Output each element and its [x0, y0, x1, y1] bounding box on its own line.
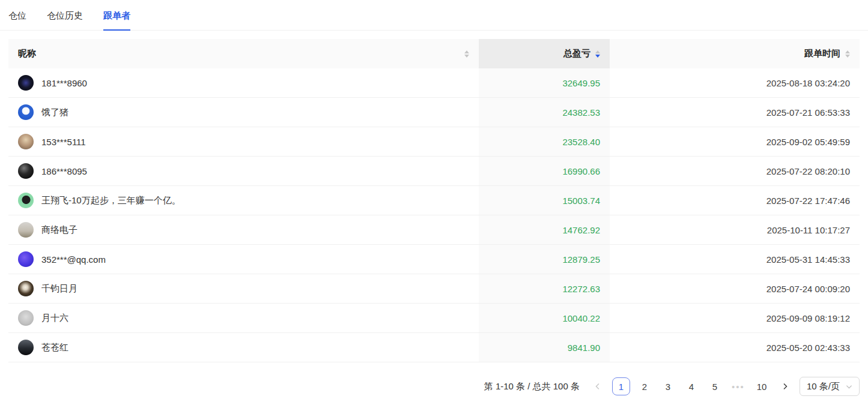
followers-table: 昵称 总盈亏 跟单时间 181***8960 32649.95 20 [8, 39, 860, 362]
follow-time-value: 2025-09-09 08:19:12 [766, 313, 850, 323]
nickname-text: 月十六 [41, 313, 68, 324]
follow-time-value: 2025-07-22 08:20:10 [766, 166, 850, 176]
table-row[interactable]: 苍苍红 9841.90 2025-05-20 02:43:33 [8, 333, 860, 362]
follow-time-cell: 2025-09-02 05:49:59 [610, 127, 860, 156]
nickname-text: 商络电子 [41, 224, 77, 236]
nickname-cell: 饿了猪 [8, 98, 479, 127]
nickname-text: 苍苍红 [41, 342, 68, 353]
total-pnl-cell: 10040.22 [479, 304, 610, 332]
nickname-text: 186***8095 [41, 166, 87, 176]
pnl-value: 14762.92 [562, 225, 600, 235]
prev-page-button[interactable] [589, 377, 607, 395]
table-row[interactable]: 千钧日月 12272.63 2025-07-24 00:09:20 [8, 274, 860, 304]
user-avatar [18, 340, 34, 355]
nickname-cell: 352***@qq.com [8, 245, 479, 274]
user-avatar [18, 310, 34, 326]
table-row[interactable]: 饿了猪 24382.53 2025-07-21 06:53:33 [8, 98, 860, 127]
pnl-value: 23528.40 [562, 137, 600, 147]
chevron-right-icon [782, 383, 789, 390]
nickname-cell: 千钧日月 [8, 274, 479, 303]
chevron-down-icon [846, 383, 852, 390]
total-pnl-cell: 14762.92 [479, 215, 610, 244]
follow-time-cell: 2025-07-22 08:20:10 [610, 157, 860, 185]
pnl-value: 12879.25 [562, 254, 600, 265]
nickname-cell: 181***8960 [8, 68, 479, 97]
column-header-nickname[interactable]: 昵称 [8, 39, 479, 68]
nickname-cell: 王翔飞-10万起步，三年赚一个亿。 [8, 186, 479, 215]
user-avatar [18, 75, 34, 91]
next-page-button[interactable] [776, 377, 794, 395]
pnl-value: 12272.63 [562, 284, 600, 294]
column-header-total-pnl[interactable]: 总盈亏 [479, 39, 610, 68]
column-label-total-pnl: 总盈亏 [563, 48, 590, 59]
nickname-cell: 商络电子 [8, 215, 479, 244]
total-pnl-cell: 16990.66 [479, 157, 610, 185]
nickname-cell: 153***5111 [8, 127, 479, 156]
page-button-2[interactable]: 2 [636, 377, 654, 395]
sort-icon-nickname [464, 50, 469, 58]
total-pnl-cell: 12879.25 [479, 245, 610, 274]
follow-time-value: 2025-07-22 17:47:46 [766, 196, 850, 206]
tab-position-history[interactable]: 仓位历史 [47, 0, 83, 31]
jump-forward-ellipsis[interactable]: ••• [729, 377, 747, 395]
follow-time-cell: 2025-07-21 06:53:33 [610, 98, 860, 127]
table-row[interactable]: 352***@qq.com 12879.25 2025-05-31 14:45:… [8, 245, 860, 274]
sort-icon-follow-time [845, 50, 850, 58]
page-button-5[interactable]: 5 [706, 377, 724, 395]
tab-positions[interactable]: 仓位 [8, 0, 26, 31]
user-avatar [18, 163, 34, 179]
table-row[interactable]: 181***8960 32649.95 2025-08-18 03:24:20 [8, 68, 860, 98]
page-size-select[interactable]: 10 条/页 [800, 377, 860, 396]
pagination-total-text: 第 1-10 条 / 总共 100 条 [484, 381, 580, 392]
follow-time-value: 2025-05-20 02:43:33 [766, 343, 850, 353]
nickname-text: 王翔飞-10万起步，三年赚一个亿。 [41, 195, 181, 206]
user-avatar [18, 251, 34, 267]
nickname-cell: 月十六 [8, 304, 479, 332]
chevron-left-icon [594, 383, 601, 390]
table-row[interactable]: 王翔飞-10万起步，三年赚一个亿。 15003.74 2025-07-22 17… [8, 186, 860, 215]
total-pnl-cell: 12272.63 [479, 274, 610, 303]
follow-time-cell: 2025-07-22 17:47:46 [610, 186, 860, 215]
total-pnl-cell: 23528.40 [479, 127, 610, 156]
total-pnl-cell: 15003.74 [479, 186, 610, 215]
follow-time-value: 2025-07-24 00:09:20 [766, 284, 850, 294]
follow-time-value: 2025-05-31 14:45:33 [766, 254, 850, 265]
user-avatar [18, 193, 34, 208]
pagination-bar: 第 1-10 条 / 总共 100 条 1 2 3 4 5 ••• 10 10 … [8, 377, 860, 396]
table-row[interactable]: 153***5111 23528.40 2025-09-02 05:49:59 [8, 127, 860, 157]
nickname-cell: 苍苍红 [8, 333, 479, 362]
follow-time-cell: 2025-05-20 02:43:33 [610, 333, 860, 362]
page-button-4[interactable]: 4 [682, 377, 700, 395]
pnl-value: 32649.95 [562, 78, 600, 88]
follow-time-value: 2025-07-21 06:53:33 [766, 107, 850, 118]
page-button-1[interactable]: 1 [612, 377, 630, 395]
pnl-value: 16990.66 [562, 166, 600, 176]
user-avatar [18, 281, 34, 296]
total-pnl-cell: 9841.90 [479, 333, 610, 362]
sort-icon-total-pnl-desc-active [595, 50, 600, 58]
follow-time-value: 2025-10-11 10:17:27 [767, 225, 850, 235]
tab-bar: 仓位 仓位历史 跟单者 [0, 0, 868, 31]
table-body: 181***8960 32649.95 2025-08-18 03:24:20 … [8, 68, 860, 362]
page-button-3[interactable]: 3 [659, 377, 677, 395]
pnl-value: 10040.22 [562, 313, 600, 323]
tab-followers[interactable]: 跟单者 [103, 0, 130, 31]
nickname-text: 饿了猪 [41, 107, 68, 118]
column-label-nickname: 昵称 [18, 48, 36, 59]
table-row[interactable]: 186***8095 16990.66 2025-07-22 08:20:10 [8, 157, 860, 186]
nickname-text: 153***5111 [41, 137, 86, 147]
follow-time-cell: 2025-09-09 08:19:12 [610, 304, 860, 332]
follow-time-cell: 2025-07-24 00:09:20 [610, 274, 860, 303]
follow-time-cell: 2025-05-31 14:45:33 [610, 245, 860, 274]
nickname-text: 千钧日月 [41, 283, 77, 295]
column-header-follow-time[interactable]: 跟单时间 [610, 39, 860, 68]
user-avatar [18, 104, 34, 120]
column-label-follow-time: 跟单时间 [804, 48, 840, 59]
total-pnl-cell: 24382.53 [479, 98, 610, 127]
user-avatar [18, 134, 34, 149]
table-row[interactable]: 月十六 10040.22 2025-09-09 08:19:12 [8, 304, 860, 333]
page-button-10[interactable]: 10 [753, 377, 771, 395]
table-row[interactable]: 商络电子 14762.92 2025-10-11 10:17:27 [8, 215, 860, 245]
page-size-label: 10 条/页 [807, 381, 840, 392]
nickname-text: 352***@qq.com [41, 254, 106, 265]
